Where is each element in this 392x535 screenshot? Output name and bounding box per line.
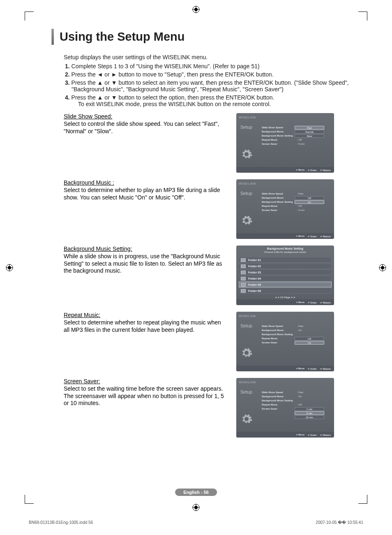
- page-title: Using the Setup Menu: [60, 29, 185, 45]
- wiselink-logo: WISELINK: [239, 380, 256, 384]
- return-hint: ↩ Return: [320, 235, 331, 238]
- footer-filename: BN68-01313B-01Eng-1005.indd 56: [29, 520, 93, 525]
- move-hint: ♦ Move: [296, 301, 304, 303]
- folder-panel: Background Music Setting Choose a file f…: [236, 245, 334, 305]
- folder-icon: [241, 258, 246, 262]
- option-off[interactable]: Off: [295, 196, 324, 200]
- page-number-badge: English - 56: [175, 489, 217, 496]
- option-fast[interactable]: Fast: [295, 126, 324, 130]
- folder-list: Folder 01 Folder 02 Folder 03 Folder 04 …: [239, 257, 332, 294]
- option-normal[interactable]: Normal: [295, 130, 324, 134]
- setup-label: Setup: [240, 323, 252, 328]
- option-5min[interactable]: 5 min: [295, 411, 324, 415]
- setup-label: Setup: [240, 125, 252, 130]
- screen-saver-body: Select to set the waiting time before th…: [64, 385, 228, 407]
- nav-bar: ♦ Move ↵ Enter ↩ Return: [236, 167, 334, 173]
- bg-music-setting-heading: Background Music Setting:: [64, 245, 228, 252]
- gear-icon: [240, 148, 253, 160]
- folder-row[interactable]: Folder 01: [239, 257, 332, 263]
- step-1: 1. Complete Steps 1 to 3 of "Using the W…: [65, 63, 363, 69]
- nav-bar: ♦ Move ↵ Enter ↩ Return: [236, 233, 334, 239]
- menu-list: Slide Show SpeedFast Background MusicNor…: [262, 125, 331, 146]
- folder-icon: [241, 277, 246, 280]
- move-hint: ♦ Move: [296, 367, 304, 370]
- slide-show-speed-body: Select to control the slide show speed. …: [64, 120, 228, 135]
- crop-mark: [358, 495, 367, 504]
- enter-hint: ↵ Enter: [308, 367, 317, 370]
- svg-point-15: [194, 506, 198, 509]
- nav-bar: ♦ Move ↵ Enter ↩ Return: [236, 299, 334, 305]
- crop-mark: [25, 495, 34, 504]
- folder-icon: [241, 264, 246, 268]
- repeat-music-body: Select to determine whether to repeat pl…: [64, 319, 228, 334]
- step-4: 4. Press the ▲ or ▼ button to select the…: [65, 94, 363, 107]
- move-hint: ♦ Move: [296, 433, 304, 436]
- option-slow[interactable]: Slow: [295, 134, 324, 138]
- slide-show-speed-heading: Slide Show Speed:: [64, 113, 228, 120]
- registration-mark-bottom: [192, 504, 200, 511]
- step-3: 3. Press the ▲ or ▼ button to select an …: [65, 79, 363, 93]
- enter-hint: ↵ Enter: [308, 169, 317, 171]
- step-2: 2. Press the ◄ or ► button to move to "S…: [65, 71, 363, 78]
- title-accent-bar: [51, 29, 54, 45]
- return-hint: ↩ Return: [320, 367, 331, 370]
- background-music-body: Select to determine whether to play an M…: [64, 187, 228, 201]
- setup-panel-screen-saver: WISELINK Setup Slide Show Speed: Fast Ba…: [236, 378, 334, 438]
- repeat-music-heading: Repeat Music:: [64, 312, 228, 318]
- folder-icon: [241, 271, 246, 274]
- footer-timestamp: 2007-10-05 �� 10:55:41: [316, 520, 363, 525]
- wiselink-logo: WISELINK: [239, 314, 256, 318]
- menu-list: Slide Show Speed: Fast Background Music:…: [262, 324, 331, 345]
- gear-icon: [240, 347, 253, 359]
- wiselink-logo: WISELINK: [239, 116, 256, 119]
- folder-icon: [241, 283, 246, 287]
- return-hint: ↩ Return: [320, 169, 331, 171]
- menu-list: Slide Show Speed: Fast Background MusicO…: [262, 192, 331, 212]
- enter-hint: ↵ Enter: [308, 301, 317, 304]
- menu-list: Slide Show Speed: Fast Background Music:…: [262, 390, 331, 419]
- option-10min[interactable]: 10 min: [295, 415, 324, 419]
- nav-bar: ♦ Move ↵ Enter ↩ Return: [236, 432, 334, 438]
- screen-saver-heading: Screen Saver:: [64, 378, 228, 384]
- setup-label: Setup: [240, 389, 252, 394]
- setup-panel-slide-speed: WISELINK Setup Slide Show SpeedFast Back…: [236, 113, 334, 173]
- enter-hint: ↵ Enter: [308, 235, 317, 238]
- steps-list: 1. Complete Steps 1 to 3 of "Using the W…: [65, 63, 363, 107]
- move-hint: ♦ Move: [296, 169, 304, 171]
- page-indicator: ◄◄ 1/1 Page ►►: [236, 296, 334, 299]
- setup-panel-bg-music: WISELINK Setup Slide Show Speed: Fast Ba…: [236, 179, 334, 239]
- option-on[interactable]: On: [295, 200, 324, 204]
- folder-row[interactable]: Folder 06: [239, 288, 332, 294]
- folder-panel-subtitle: Choose a file for background music: [236, 251, 334, 253]
- background-music-heading: Background Music :: [64, 179, 228, 186]
- wiselink-logo: WISELINK: [239, 182, 256, 185]
- option-off[interactable]: Off: [295, 337, 324, 340]
- intro-text: Setup displays the user settings of the …: [64, 54, 363, 60]
- return-hint: ↩ Return: [320, 433, 331, 436]
- move-hint: ♦ Move: [296, 235, 304, 237]
- folder-icon: [241, 289, 246, 293]
- gear-icon: [240, 214, 253, 227]
- folder-panel-title: Background Music Setting: [236, 245, 334, 251]
- folder-row-selected[interactable]: Folder 05: [239, 282, 332, 287]
- document-footer: BN68-01313B-01Eng-1005.indd 56 2007-10-0…: [29, 520, 363, 525]
- setup-panel-repeat: WISELINK Setup Slide Show Speed: Fast Ba…: [236, 312, 334, 371]
- enter-hint: ↵ Enter: [308, 433, 317, 436]
- setup-label: Setup: [240, 191, 252, 196]
- folder-row[interactable]: Folder 04: [239, 276, 332, 281]
- option-1min[interactable]: 1 min: [295, 407, 324, 411]
- nav-bar: ♦ Move ↵ Enter ↩ Return: [236, 366, 334, 371]
- bg-music-setting-body: While a slide show is in progress, use t…: [64, 253, 228, 275]
- return-hint: ↩ Return: [320, 301, 331, 304]
- folder-row[interactable]: Folder 02: [239, 263, 332, 269]
- gear-icon: [240, 413, 253, 425]
- folder-row[interactable]: Folder 03: [239, 269, 332, 275]
- option-on[interactable]: On: [295, 341, 324, 345]
